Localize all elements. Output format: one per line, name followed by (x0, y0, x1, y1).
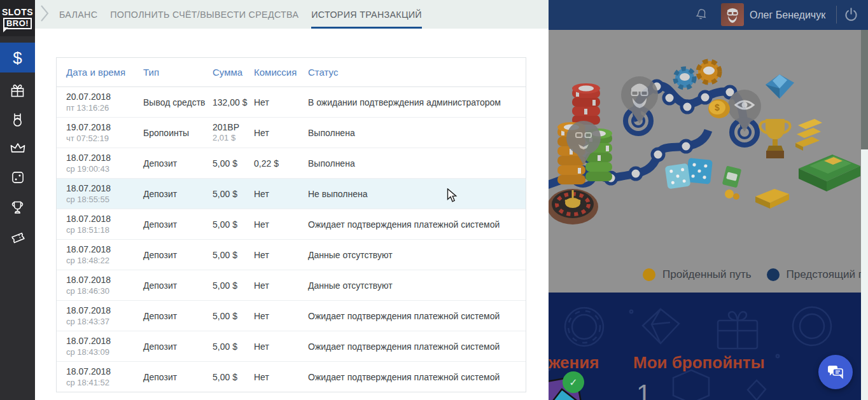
legend-item: Пройденный путь (643, 268, 752, 281)
sidebar-item-tournaments[interactable] (0, 193, 35, 223)
sidebar-item-vip[interactable] (0, 133, 35, 163)
legend-label: Пройденный путь (662, 268, 752, 281)
sidebar-nav: $ (0, 36, 35, 400)
transaction-row[interactable]: 18.07.2018ср 18:41:52Депозит5,00 $НетОжи… (57, 362, 526, 392)
cell-amount: 201BP2,01 $ (213, 122, 254, 143)
cell-status: Не выполнена (308, 189, 526, 199)
cell-fee: 0,22 $ (254, 158, 308, 169)
cell-datetime: 18.07.2018ср 19:00:43 (66, 153, 143, 174)
tab-1[interactable]: ПОПОЛНИТЬ СЧЁТ/ВЫВЕСТИ СРЕДСТВА (110, 0, 298, 29)
dollar-coin: $ (708, 99, 730, 118)
sidebar-item-medals[interactable] (0, 105, 35, 135)
cell-fee: Нет (254, 189, 308, 199)
achievements-title: жения (549, 353, 599, 373)
header-divider (836, 6, 837, 24)
chevron-right-icon[interactable] (38, 3, 52, 27)
tab-2[interactable]: ИСТОРИЯ ТРАНЗАКЦИЙ (311, 0, 422, 29)
transaction-row[interactable]: 18.07.2018ср 19:00:43Депозит5,00 $0,22 $… (57, 148, 526, 179)
transaction-row[interactable]: 18.07.2018ср 18:46:30Депозит5,00 $НетДан… (57, 270, 526, 301)
transaction-row[interactable]: 18.07.2018ср 18:43:37Депозит5,00 $НетОжи… (57, 301, 526, 331)
transaction-history-content: Дата и времяТипСуммаКомиссияСтатус 20.07… (35, 29, 549, 400)
app-window: SLOTS BRO! $ БАЛАНСПОПОЛНИТЬ СЧЁТ/ВЫВЕСТ… (0, 0, 868, 400)
trophy (760, 119, 790, 158)
medal-icon (9, 111, 26, 128)
column-header: Сумма (213, 67, 254, 78)
transaction-row[interactable]: 18.07.2018ср 18:51:18Депозит5,00 $НетОжи… (57, 209, 526, 240)
transaction-row[interactable]: 18.07.2018ср 18:55:55Депозит5,00 $НетНе … (57, 179, 526, 209)
gift-icon (9, 82, 26, 99)
cell-type: Депозит (143, 250, 213, 260)
sidebar-item-games[interactable] (0, 162, 35, 192)
cell-amount: 5,00 $ (213, 219, 254, 230)
cell-amount: 5,00 $ (213, 158, 254, 169)
cell-datetime: 18.07.2018ср 18:46:30 (66, 275, 143, 296)
dollar-icon: $ (13, 50, 22, 66)
cell-status: В ожидании подтверждения администратором (308, 97, 526, 107)
sidebar-item-tickets[interactable] (0, 222, 35, 252)
chat-widget-button[interactable] (818, 355, 853, 389)
legend-item: Предстоящий путь (767, 268, 868, 281)
cell-fee: Нет (254, 372, 308, 382)
cell-type: Депозит (143, 189, 213, 199)
transaction-row[interactable]: 18.07.2018ср 18:43:09Депозит5,00 $НетОжи… (57, 331, 526, 362)
dice (665, 158, 713, 189)
cell-amount: 132,00 $ (213, 97, 254, 107)
cell-type: Депозит (143, 341, 213, 352)
cell-fee: Нет (254, 219, 308, 230)
cell-datetime: 18.07.2018ср 18:43:09 (66, 336, 143, 357)
svg-text:$: $ (715, 102, 720, 113)
cell-type: Вывод средств (143, 97, 213, 107)
user-name[interactable]: Олег Бенедичук (750, 0, 825, 30)
scrollbar-thumb[interactable] (861, 30, 868, 149)
cell-type: Бропоинты (143, 128, 213, 138)
cell-fee: Нет (254, 128, 308, 138)
cell-status: Выполнена (308, 158, 526, 169)
cell-datetime: 18.07.2018ср 18:48:22 (66, 244, 143, 266)
transaction-row[interactable]: 18.07.2018ср 18:48:22Депозит5,00 $НетДан… (57, 240, 526, 270)
logo-line1: SLOTS (2, 8, 33, 17)
gold-bars (795, 119, 822, 151)
tab-0[interactable]: БАЛАНС (59, 0, 97, 29)
cell-fee: Нет (254, 250, 308, 260)
nav-tabs: БАЛАНСПОПОЛНИТЬ СЧЁТ/ВЫВЕСТИ СРЕДСТВАИСТ… (35, 0, 549, 29)
bropoints-title: Мои бропойнты (633, 353, 765, 373)
page-scrollbar[interactable] (861, 30, 868, 400)
site-top-bar: Олег Бенедичук (549, 0, 868, 30)
legend-dot (767, 268, 780, 281)
cell-amount: 5,00 $ (213, 189, 254, 199)
table-body: 20.07.2018пт 13:16:26Вывод средств132,00… (57, 87, 526, 392)
money-bundle-small (722, 166, 742, 188)
notifications-bell-icon[interactable] (694, 7, 709, 26)
cell-datetime: 19.07.2018чт 07:52:19 (66, 122, 143, 144)
sidebar-item-balance[interactable]: $ (0, 43, 35, 72)
footer-watermark-icons (549, 293, 868, 400)
legend-label: Предстоящий путь (787, 268, 868, 281)
column-header: Дата и время (66, 67, 143, 78)
cell-fee: Нет (254, 280, 308, 291)
cell-fee: Нет (254, 341, 308, 352)
logout-power-icon[interactable] (843, 6, 860, 26)
transaction-row[interactable]: 19.07.2018чт 07:52:19Бропоинты201BP2,01 … (57, 118, 526, 148)
column-header: Статус (308, 67, 526, 78)
cell-datetime: 20.07.2018пт 13:16:26 (66, 92, 143, 113)
column-header: Комиссия (254, 67, 308, 78)
bropoints-value: 1 (636, 379, 651, 400)
cell-amount: 5,00 $ (213, 372, 254, 382)
cell-type: Депозит (143, 280, 213, 291)
sidebar-item-gifts[interactable] (0, 76, 35, 106)
money-stack-large (799, 155, 860, 191)
roulette-wheel (549, 189, 598, 224)
cell-type: Депозит (143, 372, 213, 382)
dice-icon (10, 169, 26, 186)
transaction-row[interactable]: 20.07.2018пт 13:16:26Вывод средств132,00… (57, 87, 526, 118)
casino-map-illustration: $ (549, 30, 868, 293)
cell-amount: 5,00 $ (213, 311, 254, 321)
cell-datetime: 18.07.2018ср 18:41:52 (66, 366, 143, 388)
cell-type: Депозит (143, 219, 213, 230)
bonus-road-section: $ (549, 30, 868, 293)
column-header: Тип (143, 67, 213, 78)
slotsbro-logo[interactable]: SLOTS BRO! (0, 0, 35, 36)
cell-datetime: 18.07.2018ср 18:55:55 (66, 183, 143, 205)
user-avatar[interactable] (721, 3, 744, 26)
cell-datetime: 18.07.2018ср 18:43:37 (66, 305, 143, 327)
